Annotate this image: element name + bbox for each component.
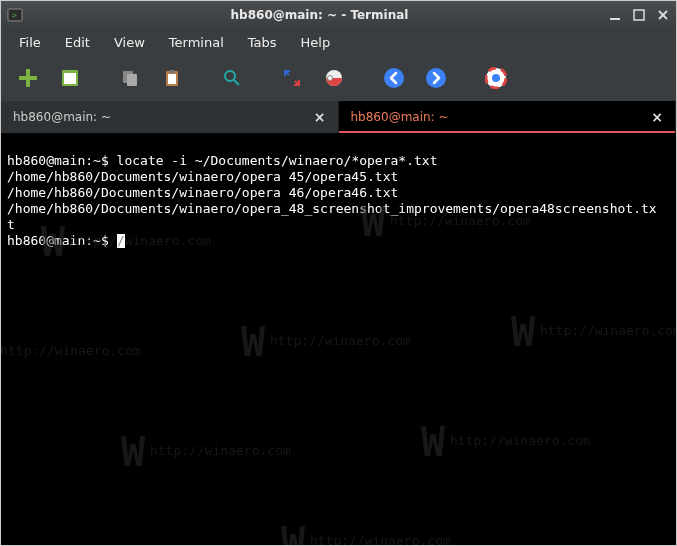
svg-rect-14	[169, 70, 175, 73]
svg-line-16	[234, 80, 239, 85]
minimize-button[interactable]	[608, 8, 622, 22]
tab-label: hb860@main: ~	[13, 110, 314, 124]
svg-rect-7	[19, 76, 37, 80]
output-line: t	[7, 217, 15, 232]
menu-view[interactable]: View	[104, 32, 155, 53]
go-back-button[interactable]	[377, 61, 411, 95]
app-icon: ＞	[7, 7, 23, 23]
help-button[interactable]	[479, 61, 513, 95]
svg-text:＞: ＞	[10, 10, 19, 20]
svg-rect-3	[634, 10, 644, 20]
command-text: locate -i ~/Documents/winaero/*opera*.tx…	[117, 153, 438, 168]
output-line: /home/hb860/Documents/winaero/opera 46/o…	[7, 185, 398, 200]
output-line: /home/hb860/Documents/winaero/opera_48_s…	[7, 201, 657, 216]
menu-edit[interactable]: Edit	[55, 32, 100, 53]
tab-label: hb860@main: ~	[351, 110, 652, 124]
window-titlebar: ＞ hb860@main: ~ - Terminal	[1, 1, 676, 29]
terminal-tab-2[interactable]: hb860@main: ~ ×	[339, 101, 677, 133]
new-tab-button[interactable]	[11, 61, 45, 95]
close-icon[interactable]: ×	[314, 109, 326, 125]
menu-file[interactable]: File	[9, 32, 51, 53]
toolbar	[1, 55, 676, 101]
menu-bar: File Edit View Terminal Tabs Help	[1, 29, 676, 55]
svg-point-18	[328, 76, 333, 81]
svg-rect-13	[168, 74, 176, 84]
prompt: hb860@main:~$	[7, 233, 109, 248]
new-window-button[interactable]	[53, 61, 87, 95]
prompt: hb860@main:~$	[7, 153, 109, 168]
close-button[interactable]	[656, 8, 670, 22]
terminal-output[interactable]: hb860@main:~$ locate -i ~/Documents/wina…	[1, 133, 676, 546]
output-line: /home/hb860/Documents/winaero/opera 45/o…	[7, 169, 398, 184]
close-icon[interactable]: ×	[651, 109, 663, 125]
preferences-button[interactable]	[317, 61, 351, 95]
svg-rect-9	[64, 73, 76, 84]
menu-terminal[interactable]: Terminal	[159, 32, 234, 53]
cursor	[117, 234, 125, 248]
svg-point-23	[492, 74, 500, 82]
svg-rect-2	[610, 18, 620, 20]
copy-button[interactable]	[113, 61, 147, 95]
svg-point-20	[426, 68, 446, 88]
window-buttons	[608, 8, 670, 22]
tab-bar: hb860@main: ~ × hb860@main: ~ ×	[1, 101, 676, 133]
svg-rect-11	[127, 74, 137, 86]
svg-point-19	[384, 68, 404, 88]
go-forward-button[interactable]	[419, 61, 453, 95]
window-title: hb860@main: ~ - Terminal	[31, 8, 608, 22]
svg-point-15	[225, 71, 235, 81]
menu-help[interactable]: Help	[291, 32, 341, 53]
paste-button[interactable]	[155, 61, 189, 95]
search-button[interactable]	[215, 61, 249, 95]
terminal-tab-1[interactable]: hb860@main: ~ ×	[1, 101, 339, 133]
fullscreen-button[interactable]	[275, 61, 309, 95]
maximize-button[interactable]	[632, 8, 646, 22]
menu-tabs[interactable]: Tabs	[238, 32, 287, 53]
